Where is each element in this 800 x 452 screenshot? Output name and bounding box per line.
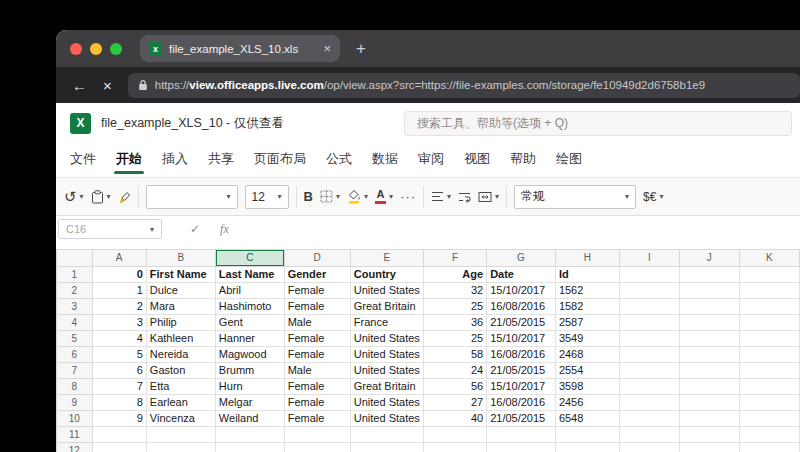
cell-K1[interactable] (739, 267, 799, 283)
cell-D11[interactable] (284, 427, 350, 443)
cell-I11[interactable] (619, 427, 679, 443)
cell-I8[interactable] (619, 379, 679, 395)
cell-K2[interactable] (739, 283, 799, 299)
cell-E12[interactable] (350, 443, 423, 452)
cell-C7[interactable]: Brumm (215, 363, 284, 379)
cell-G5[interactable]: 15/10/2017 (487, 331, 556, 347)
cell-E6[interactable]: United States (350, 347, 423, 363)
cell-J3[interactable] (679, 299, 739, 315)
close-tab-icon[interactable]: × (323, 42, 331, 55)
cell-H6[interactable]: 2468 (555, 347, 619, 363)
font-name-select[interactable]: ▾ (146, 185, 238, 209)
cell-B10[interactable]: Vincenza (146, 411, 215, 427)
cell-D8[interactable]: Female (284, 379, 350, 395)
cell-J10[interactable] (679, 411, 739, 427)
cell-A2[interactable]: 1 (92, 283, 146, 299)
cell-G12[interactable] (487, 443, 556, 452)
cell-A6[interactable]: 5 (92, 347, 146, 363)
cell-F4[interactable]: 36 (423, 315, 486, 331)
cell-F2[interactable]: 32 (423, 283, 486, 299)
cell-C1[interactable]: Last Name (215, 267, 284, 283)
cell-I3[interactable] (619, 299, 679, 315)
column-header-A[interactable]: A (92, 250, 146, 267)
cell-K7[interactable] (739, 363, 799, 379)
cell-G7[interactable]: 21/05/2015 (487, 363, 556, 379)
cell-A11[interactable] (92, 427, 146, 443)
cell-E3[interactable]: Great Britain (350, 299, 423, 315)
column-header-C[interactable]: C (215, 250, 284, 267)
cell-G2[interactable]: 15/10/2017 (487, 283, 556, 299)
cell-D6[interactable]: Female (284, 347, 350, 363)
ribbon-tab-1[interactable]: 文件 (60, 143, 106, 177)
cell-F8[interactable]: 56 (423, 379, 486, 395)
wrap-text-button[interactable] (458, 191, 471, 203)
cell-I2[interactable] (619, 283, 679, 299)
cell-C11[interactable] (215, 427, 284, 443)
browser-tab[interactable]: x file_example_XLS_10.xls × (140, 35, 340, 62)
cell-F12[interactable] (423, 443, 486, 452)
cell-E4[interactable]: France (350, 315, 423, 331)
cell-G3[interactable]: 16/08/2016 (487, 299, 556, 315)
cell-J8[interactable] (679, 379, 739, 395)
cell-H11[interactable] (555, 427, 619, 443)
cell-F9[interactable]: 27 (423, 395, 486, 411)
cell-E1[interactable]: Country (350, 267, 423, 283)
cell-K3[interactable] (739, 299, 799, 315)
cell-A3[interactable]: 2 (92, 299, 146, 315)
cell-J12[interactable] (679, 443, 739, 452)
ribbon-tab-11[interactable]: 绘图 (546, 143, 592, 177)
insert-function-button[interactable]: fx (220, 222, 229, 237)
cell-A7[interactable]: 6 (92, 363, 146, 379)
undo-button[interactable]: ↺ ▾ (64, 188, 84, 206)
paste-button[interactable]: ▾ (91, 190, 111, 204)
cell-C6[interactable]: Magwood (215, 347, 284, 363)
cell-I7[interactable] (619, 363, 679, 379)
currency-format-button[interactable]: $€ ▾ (643, 190, 663, 204)
ribbon-tab-9[interactable]: 视图 (454, 143, 500, 177)
cell-D9[interactable]: Female (284, 395, 350, 411)
column-header-D[interactable]: D (284, 250, 350, 267)
cell-F6[interactable]: 58 (423, 347, 486, 363)
column-header-E[interactable]: E (350, 250, 423, 267)
cell-G11[interactable] (487, 427, 556, 443)
cell-F7[interactable]: 24 (423, 363, 486, 379)
cell-J7[interactable] (679, 363, 739, 379)
row-header-8[interactable]: 8 (57, 379, 93, 395)
cell-G6[interactable]: 16/08/2016 (487, 347, 556, 363)
cell-J9[interactable] (679, 395, 739, 411)
cell-A9[interactable]: 8 (92, 395, 146, 411)
cell-D3[interactable]: Female (284, 299, 350, 315)
cell-B4[interactable]: Philip (146, 315, 215, 331)
back-button[interactable]: ← (72, 78, 87, 93)
row-header-10[interactable]: 10 (57, 411, 93, 427)
cell-K4[interactable] (739, 315, 799, 331)
cell-E8[interactable]: Great Britain (350, 379, 423, 395)
cell-F1[interactable]: Age (423, 267, 486, 283)
cell-D7[interactable]: Male (284, 363, 350, 379)
format-painter-button[interactable] (118, 190, 131, 204)
cell-G8[interactable]: 15/10/2017 (487, 379, 556, 395)
cell-A1[interactable]: 0 (92, 267, 146, 283)
row-header-9[interactable]: 9 (57, 395, 93, 411)
cell-A10[interactable]: 9 (92, 411, 146, 427)
cell-D5[interactable]: Female (284, 331, 350, 347)
row-header-1[interactable]: 1 (57, 267, 93, 283)
column-header-F[interactable]: F (423, 250, 486, 267)
cell-A4[interactable]: 3 (92, 315, 146, 331)
cell-I9[interactable] (619, 395, 679, 411)
cell-I6[interactable] (619, 347, 679, 363)
merge-cells-button[interactable]: ▾ (478, 191, 499, 203)
new-tab-button[interactable]: + (356, 40, 366, 57)
cell-B7[interactable]: Gaston (146, 363, 215, 379)
cell-F10[interactable]: 40 (423, 411, 486, 427)
cell-C12[interactable] (215, 443, 284, 452)
cell-C2[interactable]: Abril (215, 283, 284, 299)
cell-C9[interactable]: Melgar (215, 395, 284, 411)
align-button[interactable]: ▾ (431, 191, 451, 202)
cell-H1[interactable]: Id (555, 267, 619, 283)
cell-D10[interactable]: Female (284, 411, 350, 427)
cell-D1[interactable]: Gender (284, 267, 350, 283)
fill-color-button[interactable]: ▾ (347, 189, 368, 204)
ribbon-tab-2[interactable]: 开始 (106, 143, 152, 177)
cell-G9[interactable]: 16/08/2016 (487, 395, 556, 411)
